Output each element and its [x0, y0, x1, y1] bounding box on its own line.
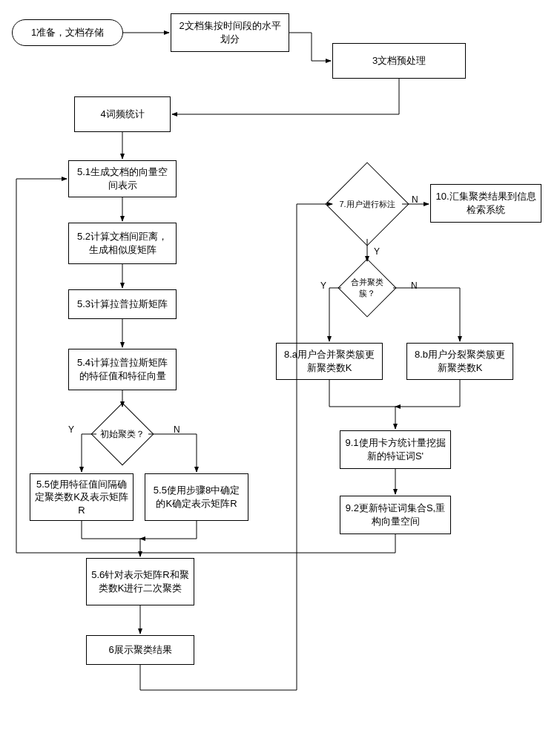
- node-1-prepare: 1准备，文档存储: [12, 19, 123, 46]
- label-init-y: Y: [67, 424, 76, 435]
- decision-merge-cluster-label: 合并聚类簇？: [345, 277, 389, 299]
- label-init-n: N: [172, 424, 182, 435]
- decision-user-annotate-label: 7.用户进行标注: [339, 199, 395, 210]
- decision-merge-cluster: 合并聚类簇？: [346, 267, 388, 309]
- node-9-1-chi-square: 9.1使用卡方统计量挖掘新的特证词S': [340, 430, 451, 469]
- label-merge-n: N: [409, 280, 419, 291]
- node-4-word-freq: 4词频统计: [74, 96, 171, 132]
- node-5-5b-use-step8-k: 5.5使用步骤8中确定的K确定表示矩阵R: [145, 473, 248, 521]
- node-5-5a-eigen-gap: 5.5使用特征值间隔确定聚类数K及表示矩阵R: [30, 473, 134, 521]
- node-6-show-results: 6展示聚类结果: [86, 635, 194, 665]
- node-5-3-laplacian: 5.3计算拉普拉斯矩阵: [68, 289, 177, 319]
- decision-user-annotate: 7.用户进行标注: [337, 174, 397, 234]
- label-merge-y: Y: [319, 280, 328, 291]
- label-7-n: N: [410, 194, 420, 205]
- node-5-6-second-cluster: 5.6针对表示矩阵R和聚类数K进行二次聚类: [86, 558, 194, 605]
- decision-initial-cluster: 初始聚类？: [100, 412, 145, 456]
- node-10-collect-results: 10.汇集聚类结果到信息检索系统: [430, 184, 541, 223]
- node-5-2-distance: 5.2计算文档间距离，生成相似度矩阵: [68, 223, 177, 264]
- node-8b-user-split: 8.b用户分裂聚类簇更新聚类数K: [406, 343, 513, 380]
- node-2-horizontal-split: 2文档集按时间段的水平划分: [171, 13, 289, 52]
- node-8a-user-merge: 8.a用户合并聚类簇更新聚类数K: [276, 343, 383, 380]
- label-7-y: Y: [372, 246, 381, 257]
- node-3-preprocess: 3文档预处理: [332, 43, 466, 79]
- node-9-2-update-features: 9.2更新特证词集合S,重构向量空间: [340, 496, 451, 534]
- decision-initial-cluster-label: 初始聚类？: [100, 428, 145, 441]
- node-5-1-vector-space: 5.1生成文档的向量空间表示: [68, 160, 177, 197]
- node-5-4-eigen: 5.4计算拉普拉斯矩阵的特征值和特征向量: [68, 349, 177, 390]
